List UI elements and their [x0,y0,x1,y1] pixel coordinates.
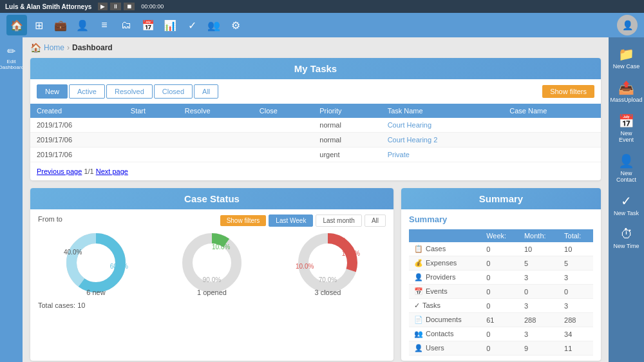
page-indicator: 1/1 [84,167,95,175]
nav-users[interactable]: 👥 [204,15,224,35]
sidebar-new-case[interactable]: 📁 New Case [611,43,643,73]
donut-closed-svg [296,231,360,295]
breadcrumb-home[interactable]: Home [44,43,64,52]
nav-calendar[interactable]: 📅 [138,15,158,35]
col-created: Created [30,104,124,118]
timer-display: 00:00:00 [141,3,164,10]
cs-all-btn[interactable]: All [365,214,386,227]
summary-row-month: 0 [519,285,559,299]
summary-row: 📄Documents 61 288 288 [409,313,593,327]
summary-sub-header: Summary [409,214,593,224]
nav-list[interactable]: ≡ [94,15,115,35]
tab-resolved[interactable]: Resolved [106,84,153,99]
cell-close [253,133,313,148]
summary-row: 💰Expenses 0 5 5 [409,256,593,271]
new-task-icon: ✓ [621,193,632,209]
play-btn[interactable]: ▶ [98,3,108,10]
sidebar-new-task[interactable]: ✓ New Task [611,189,643,220]
breadcrumb-sep: › [67,43,70,52]
bottom-row: Case Status From to Show filters Last We… [30,188,601,361]
cs-lastweek-btn[interactable]: Last Week [269,214,313,227]
summary-row-month: 5 [519,256,559,271]
col-close: Close [253,104,313,118]
col-start: Start [124,104,178,118]
tab-all[interactable]: All [194,84,218,99]
new-case-icon: 📁 [618,46,634,62]
sidebar-new-event[interactable]: 📅 New Event [611,110,643,147]
summary-col-label [409,229,481,242]
sidebar-new-time[interactable]: ⏱ New Time [611,223,643,253]
cell-created: 2019/17/06 [30,118,124,133]
nav-settings[interactable]: ⚙ [225,15,246,35]
cell-resolve [178,133,253,148]
col-priority: Priority [313,104,381,118]
next-page-btn[interactable]: Next page [96,167,128,175]
table-row: 2019/17/06 urgent Private [30,148,601,162]
show-filters-btn[interactable]: Show filters [542,85,594,98]
total-cases: Total cases: 10 [38,301,386,309]
tab-new[interactable]: New [37,84,68,99]
top-bar-controls: ▶ ⏸ ⏹ 00:00:00 [98,3,164,10]
summary-row-week: 0 [481,341,519,356]
new-task-label: New Task [614,210,639,216]
summary-row-week: 0 [481,242,519,256]
stop-btn[interactable]: ⏹ [124,3,135,10]
home-icon: 🏠 [30,43,41,53]
sidebar-new-contact[interactable]: 👤 New Contact [611,149,643,187]
chart-new: 40.0% 60.0% 6 new [64,231,128,296]
breadcrumb-current: Dashboard [72,43,113,52]
summary-row-label: 💰Expenses [409,256,481,271]
nav-folder[interactable]: 🗂 [116,15,137,35]
summary-header: Summary [401,188,601,209]
tab-closed[interactable]: Closed [154,84,193,99]
summary-row-label: 👤Users [409,341,481,356]
cs-show-filters-btn[interactable]: Show filters [220,215,267,226]
nav-briefcase[interactable]: 💼 [50,15,71,35]
cell-case-name [503,118,601,133]
case-status-content: From to Show filters Last Week Last mont… [30,209,393,314]
nav-grid[interactable]: ⊞ [28,15,49,35]
cs-lastmonth-btn[interactable]: Last month [316,214,361,227]
tab-active[interactable]: Active [69,84,105,99]
nav-home[interactable]: 🏠 [6,15,27,35]
task-name-link[interactable]: Court Hearing [388,121,431,129]
summary-row-week: 0 [481,271,519,285]
cell-start [124,148,178,162]
task-name-link[interactable]: Court Hearing 2 [388,136,438,144]
chart-opened-label: 1 opened [197,289,227,296]
summary-row-label: 📄Documents [409,313,481,327]
cell-close [253,148,313,162]
summary-col-week: Week: [481,229,519,242]
cell-task-name: Private [381,148,504,162]
new-time-icon: ⏱ [620,227,633,242]
edit-dashboard-btn[interactable]: ✏ Edit Dashboard [0,43,25,73]
top-bar: Luis & Alan Smith Attorneys ▶ ⏸ ⏹ 00:00:… [0,0,644,13]
nav-person-add[interactable]: 👤 [72,15,93,35]
summary-row-label: 📋Cases [409,242,481,256]
new-contact-icon: 👤 [618,153,634,169]
summary-row: 📅Events 0 0 0 [409,285,593,299]
summary-row-label: 👤Providers [409,271,481,285]
cell-priority: normal [313,118,381,133]
nav-bar: 🏠 ⊞ 💼 👤 ≡ 🗂 📅 📊 ✓ 👥 ⚙ 👤 [0,13,644,37]
cell-task-name: Court Hearing [381,118,504,133]
cell-task-name: Court Hearing 2 [381,133,504,148]
summary-row-week: 0 [481,285,519,299]
summary-row-month: 288 [519,313,559,327]
nav-chart[interactable]: 📊 [160,15,180,35]
summary-col-total: Total: [559,229,593,242]
pause-btn[interactable]: ⏸ [110,3,121,10]
user-avatar[interactable]: 👤 [617,15,638,35]
summary-row: ✓Tasks 0 3 3 [409,299,593,313]
nav-check[interactable]: ✓ [182,15,202,35]
table-row: 2019/17/06 normal Court Hearing [30,118,601,133]
summary-row-total: 3 [559,271,593,285]
cell-close [253,118,313,133]
prev-page-btn[interactable]: Previous page [37,167,82,175]
sidebar-mass-upload[interactable]: 📤 MassUpload [611,76,643,107]
summary-header-row: Week: Month: Total: [409,229,593,242]
chart-opened: 10.0% 90.0% 1 opened [180,231,244,296]
brand-name: Luis & Alan Smith Attorneys [5,3,91,10]
main-layout: ✏ Edit Dashboard 🏠 Home › Dashboard My T… [0,37,644,362]
task-name-link[interactable]: Private [388,151,410,158]
